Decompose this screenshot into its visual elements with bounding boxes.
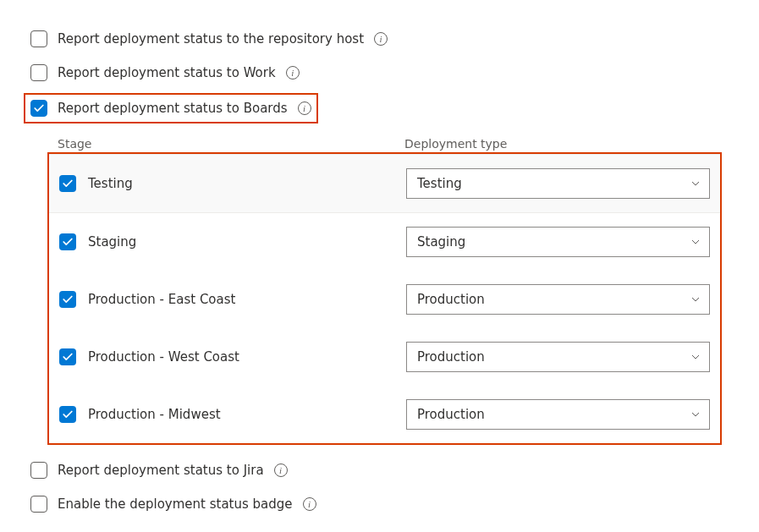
- checkbox-report-boards[interactable]: [30, 100, 47, 117]
- select-value: Production: [417, 407, 485, 422]
- stage-name: Production - East Coast: [88, 292, 235, 307]
- stage-name: Staging: [88, 234, 136, 250]
- check-icon: [62, 178, 74, 189]
- stage-row: Production - Midwest Production: [49, 386, 720, 443]
- deployment-type-select[interactable]: Production: [406, 284, 710, 315]
- info-icon[interactable]: i: [274, 463, 288, 477]
- checkbox-enable-badge[interactable]: [30, 496, 47, 513]
- option-enable-badge: Enable the deployment status badge i: [30, 491, 729, 518]
- highlight-report-boards: Report deployment status to Boards i: [24, 93, 318, 123]
- checkbox-report-repo-host[interactable]: [30, 30, 47, 47]
- label-report-work: Report deployment status to Work: [58, 65, 276, 80]
- stage-row: Testing Testing: [49, 154, 720, 213]
- stage-checkbox[interactable]: [59, 175, 76, 192]
- chevron-down-icon: [690, 237, 701, 247]
- stage-name: Production - Midwest: [88, 407, 221, 422]
- stage-row: Staging Staging: [49, 213, 720, 271]
- chevron-down-icon: [690, 178, 701, 189]
- info-icon[interactable]: i: [298, 101, 311, 115]
- deployment-type-select[interactable]: Staging: [406, 227, 710, 257]
- check-icon: [62, 236, 74, 248]
- chevron-down-icon: [690, 294, 701, 304]
- stage-checkbox[interactable]: [59, 291, 76, 308]
- deployment-type-select[interactable]: Testing: [406, 168, 710, 199]
- stage-name: Testing: [88, 176, 133, 191]
- deployment-type-select[interactable]: Production: [406, 342, 710, 372]
- info-icon[interactable]: i: [374, 32, 388, 46]
- check-icon: [62, 351, 74, 363]
- chevron-down-icon: [690, 352, 701, 362]
- stages-header: Stage Deployment type: [47, 129, 722, 151]
- stage-name: Production - West Coast: [88, 349, 239, 365]
- check-icon: [62, 409, 74, 420]
- select-value: Testing: [417, 176, 462, 191]
- deployment-type-select[interactable]: Production: [406, 399, 710, 430]
- check-icon: [62, 293, 74, 305]
- stage-row: Production - West Coast Production: [49, 328, 720, 386]
- select-value: Production: [417, 292, 485, 307]
- option-report-jira: Report deployment status to Jira i: [30, 457, 729, 484]
- select-value: Production: [417, 349, 485, 365]
- stage-checkbox[interactable]: [59, 233, 76, 250]
- chevron-down-icon: [690, 409, 701, 420]
- label-report-boards: Report deployment status to Boards: [58, 101, 288, 116]
- label-enable-badge: Enable the deployment status badge: [58, 496, 293, 512]
- stage-row: Production - East Coast Production: [49, 271, 720, 328]
- header-stage: Stage: [58, 137, 404, 151]
- info-icon[interactable]: i: [286, 66, 300, 80]
- option-report-work: Report deployment status to Work i: [30, 59, 729, 86]
- option-report-boards: Report deployment status to Boards i: [30, 97, 311, 119]
- stages-table: Testing Testing Staging Staging: [47, 152, 722, 445]
- checkbox-report-work[interactable]: [30, 64, 47, 81]
- checkbox-report-jira[interactable]: [30, 462, 47, 479]
- stage-checkbox[interactable]: [59, 406, 76, 423]
- label-report-repo-host: Report deployment status to the reposito…: [58, 31, 364, 47]
- header-deployment-type: Deployment type: [404, 137, 712, 151]
- option-report-repo-host: Report deployment status to the reposito…: [30, 25, 729, 52]
- info-icon[interactable]: i: [303, 497, 316, 511]
- check-icon: [33, 102, 45, 114]
- select-value: Staging: [417, 234, 465, 250]
- label-report-jira: Report deployment status to Jira: [58, 463, 264, 478]
- stage-checkbox[interactable]: [59, 348, 76, 365]
